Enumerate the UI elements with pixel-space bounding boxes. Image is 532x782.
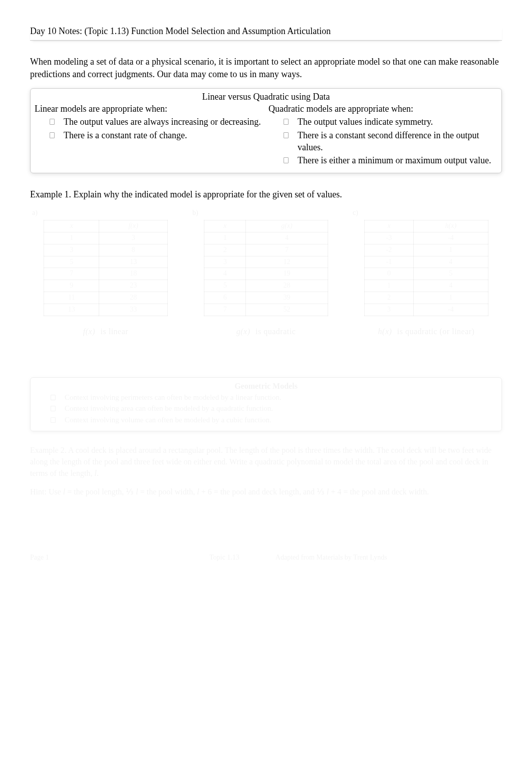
linear-head: Linear models are appropriate when: [35, 103, 263, 115]
geometric-title: Geometric Models [36, 381, 496, 392]
cell: 2 [365, 292, 414, 304]
cell: 13 [99, 256, 167, 268]
text: = the pool width, [140, 487, 197, 496]
fn-name: f(x) [83, 327, 95, 336]
tables-row: a) x f(x) 13 38 513 718 923 1128 1333 f(… [30, 208, 502, 337]
text: Hint: Use [30, 487, 63, 496]
cell: 23 [99, 280, 167, 292]
list-item: Context involving volume can often be mo… [51, 415, 496, 425]
model-caption: f(x) is linear [30, 326, 181, 337]
cell: -1 [365, 256, 414, 268]
cell: 33 [99, 304, 167, 316]
quadratic-bullets: The output values indicate symmetry. The… [269, 116, 497, 166]
table-block-c: c) x h(x) -3-4 -21 -14 05 14 21 3-4 h(x)… [351, 208, 502, 337]
cell: 18 [99, 268, 167, 280]
table-row: 752 [204, 304, 328, 316]
cell: 3 [44, 244, 99, 256]
cell: 3 [365, 304, 414, 316]
model-text: is linear [101, 327, 129, 336]
cell: -4 [413, 304, 488, 316]
table-label: c) [351, 208, 502, 218]
text: + 6 = the pool and deck length, and [201, 487, 317, 496]
model-caption: h(x) is quadratic (or linear) [351, 326, 502, 337]
fn-name: g(x) [236, 327, 250, 336]
table-row: x f(x) [44, 220, 168, 232]
linear-bullets: The output values are always increasing … [35, 116, 263, 141]
cell: 28 [246, 280, 328, 292]
example2-text: Example 2. A cool deck is placed around … [30, 444, 502, 479]
data-table-a: x f(x) 13 38 513 718 923 1128 1333 [44, 220, 168, 316]
cell: -4 [413, 232, 488, 244]
table-row: 513 [44, 256, 168, 268]
cell: 0 [365, 268, 414, 280]
table-row: 3-4 [365, 304, 488, 316]
table-label: a) [30, 208, 181, 218]
cell: 6 [204, 292, 246, 304]
cell: 9 [44, 280, 99, 292]
text: + 4 = the pool and deck width. [331, 487, 429, 496]
cell: 11 [44, 292, 99, 304]
list-item: There is either a minimum or maximum out… [284, 154, 497, 166]
cell: 1 [44, 232, 99, 244]
cell: -3 [365, 232, 414, 244]
table-row: 528 [204, 280, 328, 292]
list-item: Context involving area can often be mode… [51, 403, 496, 413]
table-row: x h(x) [365, 220, 488, 232]
model-text: is quadratic [255, 327, 296, 336]
table-row: 38 [44, 244, 168, 256]
table-row: 312 [204, 256, 328, 268]
x-header: x [44, 220, 99, 232]
example1-prompt: Example 1. Explain why the indicated mod… [30, 188, 502, 200]
table-row: 718 [44, 268, 168, 280]
list-item: There is a constant rate of change. [50, 129, 263, 141]
cell: 7 [204, 304, 246, 316]
cell: 5 [204, 280, 246, 292]
table-row: 14 [204, 232, 328, 244]
cell: 1 [204, 232, 246, 244]
page-title: Day 10 Notes: (Topic 1.13) Function Mode… [30, 25, 502, 41]
table-row: 21 [365, 292, 488, 304]
x-header: x [365, 220, 414, 232]
y-header: h(x) [413, 220, 488, 232]
list-item: The output values are always increasing … [50, 116, 263, 128]
x-header: x [204, 220, 246, 232]
text: . [97, 469, 99, 477]
table-row: x g(x) [204, 220, 328, 232]
geometric-bullets: Context involving perimeters can often b… [36, 392, 496, 425]
cell: 52 [246, 304, 328, 316]
cell: 1 [413, 292, 488, 304]
cell: 4 [204, 268, 246, 280]
table-row: 923 [44, 280, 168, 292]
fn-name: h(x) [378, 327, 392, 336]
cell: 12 [246, 256, 328, 268]
compare-heading: Linear versus Quadratic using Data [35, 91, 497, 103]
cell: 1 [413, 244, 488, 256]
intro-paragraph: When modeling a set of data or a physica… [30, 56, 502, 80]
table-row: -21 [365, 244, 488, 256]
fraction: ⅓ [317, 487, 325, 496]
quadratic-column: Quadratic models are appropriate when: T… [269, 103, 497, 167]
cell: 13 [44, 304, 99, 316]
hints-text: Hint: Use l = the pool length, ⅓ l = the… [30, 486, 502, 497]
table-row: 27 [204, 244, 328, 256]
cell: 1 [365, 280, 414, 292]
var-l: l [197, 487, 199, 496]
footer-topic: Topic 1.13 [209, 553, 276, 563]
table-block-a: a) x f(x) 13 38 513 718 923 1128 1333 f(… [30, 208, 181, 337]
cell: 4 [246, 232, 328, 244]
linear-column: Linear models are appropriate when: The … [35, 103, 263, 167]
table-label: b) [190, 208, 342, 218]
list-item: The output values indicate symmetry. [284, 116, 497, 128]
cell: 19 [246, 268, 328, 280]
list-item: There is a constant second difference in… [284, 129, 497, 154]
page-footer: Page 1 Topic 1.13 Adapted from Materials… [30, 553, 502, 563]
cell: 3 [204, 256, 246, 268]
var-l: l [63, 487, 65, 496]
cell: 5 [413, 268, 488, 280]
table-row: 419 [204, 268, 328, 280]
cell: 7 [246, 244, 328, 256]
var-l: l [136, 487, 138, 496]
geometric-box: Geometric Models Context involving perim… [30, 377, 502, 431]
table-row: 639 [204, 292, 328, 304]
table-row: 13 [44, 232, 168, 244]
